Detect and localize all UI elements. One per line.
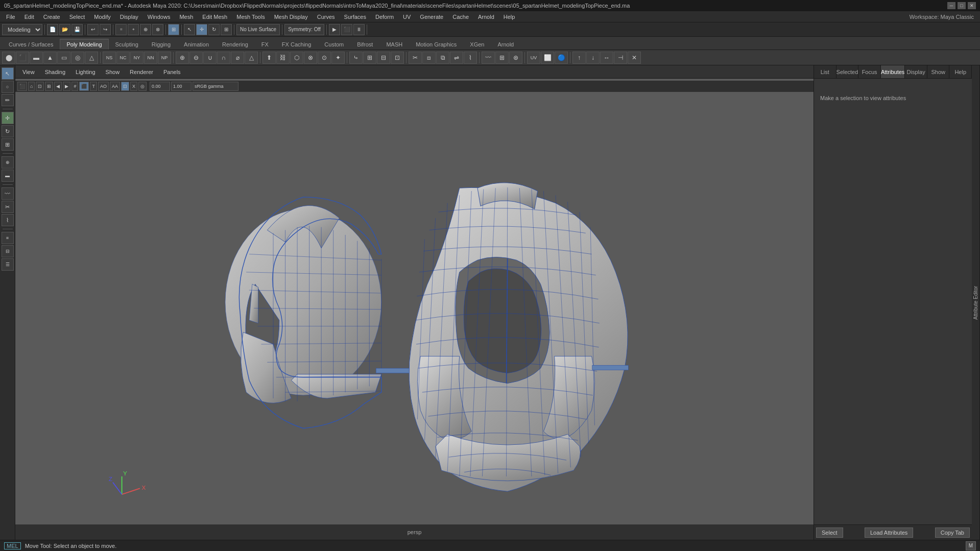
nurbs-cylinder-btn[interactable]: NY	[130, 52, 144, 64]
poke-btn[interactable]: ✦	[331, 52, 345, 64]
cone-icon-btn[interactable]: ▲	[43, 52, 57, 64]
tab-animation[interactable]: Animation	[177, 39, 216, 50]
grid-toggle-btn[interactable]: #	[71, 82, 78, 91]
menu-modify[interactable]: Modify	[90, 13, 114, 21]
boolean-union-btn[interactable]: ∪	[203, 52, 217, 64]
anti-alias-btn[interactable]: AA	[110, 82, 120, 91]
val-field-2[interactable]: 1.00	[171, 82, 192, 91]
rotate-tool-button[interactable]: ↻	[208, 24, 220, 35]
crease-btn[interactable]: ⌇	[464, 52, 477, 64]
menu-select[interactable]: Select	[65, 13, 89, 21]
copy-tab-button[interactable]: Copy Tab	[935, 528, 970, 538]
uv-editor-btn[interactable]: UV	[527, 52, 540, 64]
flip-normals-btn[interactable]: ↓	[586, 52, 600, 64]
pause-render-button[interactable]: ⏸	[353, 24, 365, 35]
focus-tab[interactable]: Focus	[858, 65, 881, 78]
tab-poly-modeling[interactable]: Poly Modeling	[60, 39, 108, 50]
select-button[interactable]: ↖	[2, 67, 14, 80]
tab-motion-graphics[interactable]: Motion Graphics	[409, 39, 463, 50]
cylinder-icon-btn[interactable]: ▬	[30, 52, 43, 64]
torus-icon-btn[interactable]: ◎	[71, 52, 84, 64]
scale-tool-button[interactable]: ⊞	[221, 24, 232, 35]
layers-button[interactable]: ≡	[2, 232, 14, 244]
viewport-3d-canvas[interactable]: X Y Z	[15, 92, 814, 524]
mel-label[interactable]: MEL	[4, 542, 21, 549]
attribute-editor-side-tab[interactable]: Attribute Editor	[972, 65, 980, 540]
menu-file[interactable]: File	[2, 13, 19, 21]
redo-button[interactable]: ↪	[100, 24, 111, 35]
harden-edge-btn[interactable]: ⊣	[614, 52, 627, 64]
snap-curve-button[interactable]: ⌖	[128, 24, 139, 35]
symmetry-dropdown[interactable]: Symmetry: Off	[284, 24, 324, 35]
plane-icon-btn[interactable]: ▭	[57, 52, 70, 64]
live-surface-dropdown[interactable]: No Live Surface	[236, 24, 280, 35]
edge-flow-button[interactable]: ⌇	[2, 214, 14, 226]
shrink-sel-btn[interactable]: ⊟	[377, 52, 390, 64]
bevel-btn[interactable]: ⬡	[290, 52, 303, 64]
combine-btn[interactable]: ⊕	[176, 52, 189, 64]
selected-tab[interactable]: Selected	[836, 65, 859, 78]
soft-mod-btn[interactable]: 〰	[482, 52, 495, 64]
menu-windows[interactable]: Windows	[144, 13, 175, 21]
display-tab[interactable]: Display	[905, 65, 927, 78]
attributes-tab[interactable]: Attributes	[881, 65, 905, 78]
nurbs-cone-btn[interactable]: NN	[144, 52, 157, 64]
tab-curves-surfaces[interactable]: Curves / Surfaces	[2, 39, 60, 50]
wireframe-btn[interactable]: ⊡	[121, 82, 129, 91]
menu-deform[interactable]: Deform	[371, 13, 398, 21]
show-tab[interactable]: Show	[927, 65, 950, 78]
tab-rendering[interactable]: Rendering	[216, 39, 255, 50]
next-btn[interactable]: ▶	[63, 82, 70, 91]
menu-mesh-tools[interactable]: Mesh Tools	[232, 13, 269, 21]
planar-map-btn[interactable]: ⬜	[541, 52, 554, 64]
frame-all-btn[interactable]: ⊞	[45, 82, 53, 91]
xray-btn[interactable]: X	[130, 82, 137, 91]
help-tab[interactable]: Help	[949, 65, 972, 78]
nurbs-plane-btn[interactable]: NP	[158, 52, 171, 64]
select-footer-button[interactable]: Select	[816, 528, 843, 538]
menu-create[interactable]: Create	[39, 13, 64, 21]
construction-history-button[interactable]: ⊞	[168, 24, 179, 35]
cylindrical-map-btn[interactable]: 🔵	[555, 52, 568, 64]
select-shortest-btn[interactable]: ⤷	[349, 52, 363, 64]
snap-surface-button[interactable]: ⊗	[152, 24, 163, 35]
snap-grid-button[interactable]: ⌗	[115, 24, 127, 35]
undo-button[interactable]: ↩	[87, 24, 99, 35]
select-cam-btn[interactable]: ⬛	[17, 82, 27, 91]
move-button[interactable]: ✛	[2, 112, 14, 124]
menu-curves[interactable]: Curves	[313, 13, 339, 21]
tab-fx-caching[interactable]: FX Caching	[275, 39, 318, 50]
menu-uv[interactable]: UV	[399, 13, 415, 21]
camera-button[interactable]: ▬	[2, 170, 14, 182]
load-attributes-button[interactable]: Load Attributes	[865, 528, 913, 538]
tab-arnold[interactable]: Arnold	[491, 39, 520, 50]
save-scene-button[interactable]: 💾	[71, 24, 83, 35]
list-tab[interactable]: List	[814, 65, 836, 78]
render-button[interactable]: ▶	[329, 24, 340, 35]
open-scene-button[interactable]: 📂	[59, 24, 70, 35]
loop-cut-btn[interactable]: ⧈	[422, 52, 436, 64]
paint-button[interactable]: ✏	[2, 94, 14, 106]
ambient-occlusion-btn[interactable]: AO	[98, 82, 109, 91]
boolean-diff-btn[interactable]: ∩	[217, 52, 230, 64]
separate-btn[interactable]: ⊖	[189, 52, 203, 64]
rotate-button[interactable]: ↻	[2, 125, 14, 137]
menu-arnold[interactable]: Arnold	[474, 13, 498, 21]
menu-help[interactable]: Help	[499, 13, 519, 21]
show-menu[interactable]: Show	[103, 68, 123, 76]
extrude-btn[interactable]: ⬆	[262, 52, 276, 64]
texture-btn[interactable]: T	[90, 82, 97, 91]
select-tool-button[interactable]: ↖	[184, 24, 195, 35]
isolate-btn[interactable]: ◎	[138, 82, 147, 91]
list-button[interactable]: ☰	[2, 258, 14, 271]
triangulate-btn[interactable]: △	[245, 52, 258, 64]
menu-generate[interactable]: Generate	[416, 13, 447, 21]
menu-surfaces[interactable]: Surfaces	[340, 13, 370, 21]
panels-menu[interactable]: Panels	[160, 68, 184, 76]
display-button[interactable]: ⊟	[2, 245, 14, 257]
tab-xgen[interactable]: XGen	[463, 39, 491, 50]
scale-button[interactable]: ⊞	[2, 138, 14, 151]
sphere-icon-btn[interactable]: ⬤	[2, 52, 15, 64]
delete-icon-btn[interactable]: ✕	[628, 52, 641, 64]
viewport[interactable]: View Shading Lighting Show Renderer Pane…	[15, 65, 814, 540]
